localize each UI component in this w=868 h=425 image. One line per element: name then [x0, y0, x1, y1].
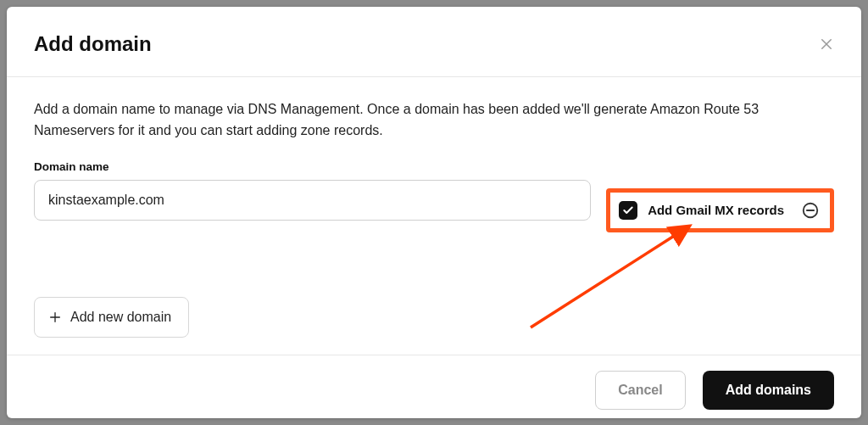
domain-name-label: Domain name — [34, 160, 834, 173]
plus-icon — [48, 310, 62, 324]
close-icon[interactable] — [819, 36, 834, 52]
annotation-arrow-icon — [522, 217, 709, 336]
modal-header: Add domain — [7, 7, 861, 77]
domain-name-input[interactable] — [34, 180, 591, 221]
gmail-mx-option: Add Gmail MX records — [606, 188, 834, 232]
modal-title: Add domain — [34, 32, 152, 56]
domain-row: Add Gmail MX records — [34, 180, 834, 232]
add-new-domain-label: Add new domain — [70, 310, 171, 325]
modal-footer: Cancel Add domains — [7, 355, 861, 420]
modal-body: Add a domain name to manage via DNS Mana… — [7, 77, 861, 355]
gmail-mx-label: Add Gmail MX records — [648, 203, 784, 217]
gmail-mx-checkbox[interactable] — [619, 201, 637, 220]
add-domain-modal: Add domain Add a domain name to manage v… — [7, 7, 861, 418]
svg-line-6 — [531, 227, 687, 327]
modal-description: Add a domain name to manage via DNS Mana… — [34, 99, 797, 142]
add-domains-button[interactable]: Add domains — [703, 371, 834, 410]
remove-domain-icon[interactable] — [801, 201, 820, 220]
cancel-button[interactable]: Cancel — [595, 371, 685, 410]
gmail-mx-highlight: Add Gmail MX records — [606, 188, 834, 232]
add-new-domain-button[interactable]: Add new domain — [34, 297, 189, 338]
